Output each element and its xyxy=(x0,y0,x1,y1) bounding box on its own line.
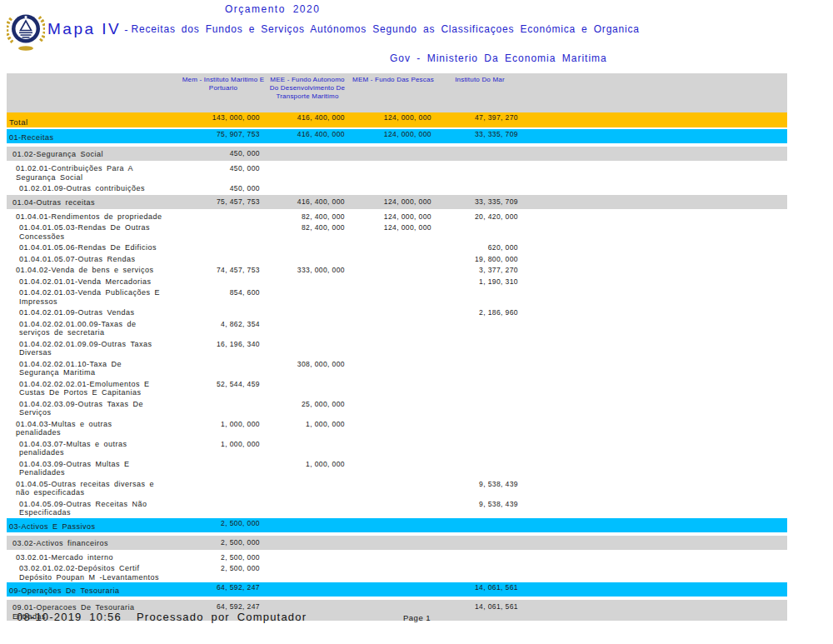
cell-value xyxy=(182,307,265,318)
table-body: Total143, 000, 000416, 400, 000124, 000,… xyxy=(7,112,787,621)
cell-value: 2, 500, 000 xyxy=(182,552,265,563)
row-label: 09-Operações De Tesouraria xyxy=(7,582,182,597)
cell-value xyxy=(182,222,265,242)
row-filler xyxy=(523,307,787,318)
cell-value: 2, 500, 000 xyxy=(182,536,265,550)
cell-value xyxy=(436,162,523,182)
cell-value xyxy=(436,287,523,307)
cell-value: 308, 000, 000 xyxy=(265,358,350,378)
row-filler xyxy=(523,398,787,418)
cell-value xyxy=(436,338,523,358)
cell-value xyxy=(350,318,436,338)
table-row: 01.04.01-Rendimentos de propriedade82, 4… xyxy=(7,211,787,222)
cell-value xyxy=(265,498,350,518)
table-row: 01.04.02-Venda de bens e serviços74, 457… xyxy=(7,264,787,276)
table-row: 01.04.02.01.03-Venda Publicações E Impre… xyxy=(7,287,787,307)
cell-value: 333, 000, 000 xyxy=(265,264,350,276)
row-filler xyxy=(523,129,787,143)
table-row: 01.04.03.09-Outras Multas E Penalidades1… xyxy=(7,458,787,478)
row-label: 01.04-Outras receitas xyxy=(7,195,182,209)
table-row: 01.04.02.02.01.00.09-Taxas de serviços d… xyxy=(7,318,787,338)
cell-value: 33, 335, 709 xyxy=(436,195,523,209)
row-label: 03.02.01.02.02-Depósitos Certif Depósito… xyxy=(7,562,182,582)
cell-value xyxy=(182,276,265,287)
cell-value: 124, 000, 000 xyxy=(350,195,436,209)
cell-value xyxy=(265,562,350,582)
cell-value xyxy=(436,318,523,338)
cape-verde-emblem-logo xyxy=(7,7,45,52)
cell-value: 14, 061, 561 xyxy=(436,600,523,621)
table-row: 01-Receitas75, 907, 753416, 400, 000124,… xyxy=(7,129,787,143)
row-label: 03-Activos E Passivos xyxy=(7,518,182,532)
row-label: 01.04.02.01.03-Venda Publicações E Impre… xyxy=(7,287,182,307)
row-filler xyxy=(523,276,787,287)
cell-value xyxy=(182,458,265,478)
cell-value xyxy=(350,287,436,307)
cell-value: 20, 420, 000 xyxy=(436,211,523,222)
cell-value xyxy=(436,552,523,563)
cell-value xyxy=(350,438,436,458)
cell-value xyxy=(436,536,523,550)
cell-value xyxy=(350,338,436,358)
row-label: 01.02-Segurança Social xyxy=(7,147,182,161)
cell-value xyxy=(350,147,436,161)
cell-value: 2, 186, 960 xyxy=(436,307,523,318)
row-filler xyxy=(523,112,787,127)
cell-value xyxy=(436,518,523,532)
cell-value xyxy=(436,418,523,438)
cell-value: 854, 600 xyxy=(182,287,265,307)
cell-value xyxy=(265,287,350,307)
row-filler xyxy=(523,438,787,458)
cell-value: 64, 592, 247 xyxy=(182,582,265,597)
cell-value xyxy=(265,242,350,253)
table-row: 09-Operações De Tesouraria64, 592, 24714… xyxy=(7,582,787,597)
cell-value xyxy=(182,242,265,253)
row-filler xyxy=(523,498,787,518)
table-row: 01.04.02.02.02.01-Emolumentos E Custas D… xyxy=(7,378,787,398)
row-label: 01.04.01-Rendimentos de propriedade xyxy=(7,211,182,222)
cell-value xyxy=(182,211,265,222)
cell-value: 1, 000, 000 xyxy=(265,458,350,478)
cell-value xyxy=(350,253,436,265)
row-filler xyxy=(523,147,787,161)
cell-value xyxy=(436,222,523,242)
row-filler xyxy=(523,287,787,307)
cell-value xyxy=(265,147,350,161)
cell-value: 3, 377, 270 xyxy=(436,264,523,276)
row-label: 01.04.02.02.02.01-Emolumentos E Custas D… xyxy=(7,378,182,398)
row-filler xyxy=(523,253,787,265)
cell-value xyxy=(350,478,436,498)
table-row: 01.04.01.05.07-Outras Rendas19, 800, 000 xyxy=(7,253,787,265)
cell-value: 1, 190, 310 xyxy=(436,276,523,287)
row-label: 01.04.02.01.09-Outras Vendas xyxy=(7,307,182,318)
cell-value xyxy=(350,582,436,597)
table-row: 01.04.05-Outras receitas diversas e não … xyxy=(7,478,787,498)
cell-value xyxy=(350,242,436,253)
footer-page-number: Page 1 xyxy=(403,613,431,622)
cell-value: 450, 000 xyxy=(182,147,265,161)
cell-value: 1, 000, 000 xyxy=(182,418,265,438)
cell-value: 620, 000 xyxy=(436,242,523,253)
cell-value: 9, 538, 439 xyxy=(436,478,523,498)
table-row: 01.04.05.09-Outras Receitas Não Especifi… xyxy=(7,498,787,518)
table-row: 03.02-Activos financeiros2, 500, 000 xyxy=(7,536,787,550)
cell-value: 82, 400, 000 xyxy=(265,211,350,222)
row-label: 01.04.05.09-Outras Receitas Não Especifi… xyxy=(7,498,182,518)
row-label: 01.04.02.02.01.09.09-Outras Taxas Divers… xyxy=(7,338,182,358)
cell-value xyxy=(436,358,523,378)
row-filler xyxy=(523,264,787,276)
cell-value xyxy=(436,147,523,161)
cell-value: 33, 335, 709 xyxy=(436,129,523,143)
row-label: 03.02-Activos financeiros xyxy=(7,536,182,550)
row-label: 01.04.03-Multas e outras penalidades xyxy=(7,418,182,438)
map-title: Mapa IV xyxy=(47,20,121,37)
cell-value: 75, 457, 753 xyxy=(182,195,265,209)
cell-value: 9, 538, 439 xyxy=(436,498,523,518)
cell-value: 124, 000, 000 xyxy=(350,222,436,242)
row-filler xyxy=(523,182,787,194)
cell-value xyxy=(350,458,436,478)
column-header-fundo-autonomo: MEE - Fundo Autonomo Do Desenvolvimento … xyxy=(265,73,350,112)
table-row: 01.02.01-Contribuições Para A Segurança … xyxy=(7,162,787,182)
cell-value: 2, 500, 000 xyxy=(182,518,265,532)
row-label: 01.04.01.05.06-Rendas De Edificios xyxy=(7,242,182,253)
